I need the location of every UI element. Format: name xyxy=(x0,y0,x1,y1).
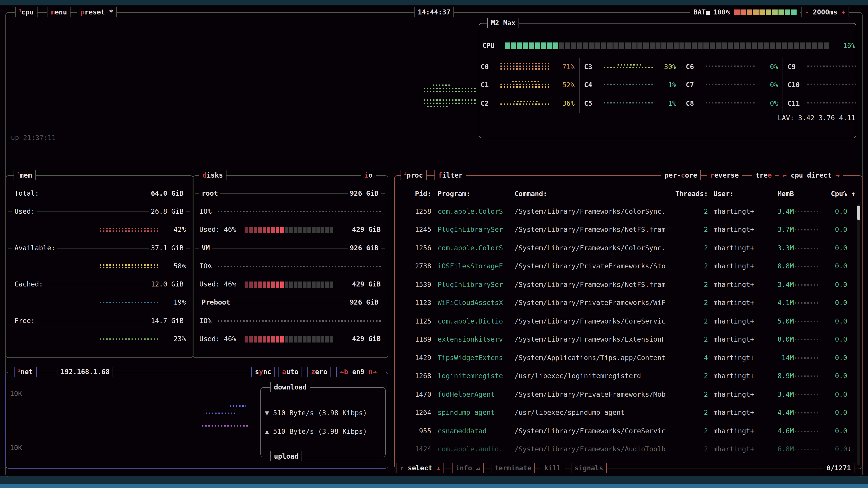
column-command[interactable]: Command: xyxy=(515,191,668,197)
battery-cell xyxy=(766,9,772,15)
cpu-bar-segment xyxy=(812,42,817,49)
column-program[interactable]: Program: xyxy=(438,191,515,197)
proc-sort-selector[interactable]: ← cpu direct → xyxy=(779,170,843,180)
disks-io-toggle[interactable]: io xyxy=(361,170,376,180)
process-row[interactable]: 1123WiFiCloudAssetsX/System/Library/Priv… xyxy=(395,294,857,312)
net-title[interactable]: 3net xyxy=(14,367,36,377)
net-auto-toggle[interactable]: auto xyxy=(278,367,302,377)
disk-used-row: Used: 46%429 GiB xyxy=(193,221,387,239)
cpu-bar-segment xyxy=(625,42,631,49)
update-interval-control[interactable]: - 2000ms + xyxy=(801,7,849,17)
tab-preset[interactable]: preset * xyxy=(77,7,117,17)
core-C3: C330% xyxy=(579,58,681,76)
mem-used-meter xyxy=(100,228,159,232)
cpu-bar-segment xyxy=(758,42,763,49)
cpu-bar-segment xyxy=(752,42,757,49)
tab-menu[interactable]: menu xyxy=(47,7,70,17)
dot-graph-row xyxy=(604,102,653,103)
dot-graph-row xyxy=(795,357,818,359)
column-pid[interactable]: Pid: xyxy=(395,191,431,197)
core-C0: C071% xyxy=(480,58,579,76)
core-C5: C51% xyxy=(579,94,681,113)
column-memb[interactable]: MemB xyxy=(761,191,794,197)
dot-graph-row xyxy=(795,431,818,432)
process-row[interactable]: 955csnameddatad/System/Library/Framework… xyxy=(395,422,857,440)
process-row[interactable]: 1125com.apple.Dictio/System/Library/Fram… xyxy=(395,312,857,330)
process-count: 0/1271 xyxy=(823,463,855,473)
process-row[interactable]: 1256com.apple.ColorS/System/Library/Fram… xyxy=(395,239,857,257)
cpu-bar-segment xyxy=(710,42,715,49)
cpu-bar-segment xyxy=(565,42,570,49)
net-interface-switcher[interactable]: ←b en9 n→ xyxy=(336,367,380,377)
dot-graph-row xyxy=(706,102,754,103)
cpu-bar-segment xyxy=(764,42,769,49)
process-row[interactable]: 1258com.apple.ColorS/System/Library/Fram… xyxy=(395,202,857,221)
process-row[interactable]: 1245PlugInLibrarySer/System/Library/Fram… xyxy=(395,221,857,239)
disks-title[interactable]: disks xyxy=(199,170,226,180)
process-row[interactable]: 1539PlugInLibrarySer/System/Library/Fram… xyxy=(395,275,857,294)
process-row[interactable]: 1429TipsWidgetExtens/System/Applications… xyxy=(395,349,857,367)
dot-graph-row xyxy=(795,229,818,231)
tab-cpu[interactable]: 1cpu xyxy=(16,7,37,17)
cpu-bar-segment xyxy=(638,42,643,49)
proc-scrollbar-track[interactable] xyxy=(857,204,860,465)
cpu-bar-segment xyxy=(727,42,733,49)
dot-graph-row xyxy=(514,101,539,102)
cpu-bar-segment xyxy=(547,42,552,49)
proc-tree-toggle[interactable]: tree xyxy=(752,170,775,180)
uptime: up 21:37:11 xyxy=(11,135,56,141)
column-cpu[interactable]: Cpu% xyxy=(819,191,847,197)
proc-scrollbar-thumb[interactable] xyxy=(857,205,860,220)
proc-kill-button[interactable]: kill xyxy=(541,463,564,473)
mem-cached-meter-row: 19% xyxy=(6,294,192,312)
proc-table-header[interactable]: Pid: Program: Command: Threads: User: Me… xyxy=(395,189,857,199)
net-sync-toggle[interactable]: sync xyxy=(251,367,275,377)
dot-graph-row xyxy=(218,211,381,213)
cpu-bar-segment xyxy=(788,42,793,49)
proc-info-button[interactable]: info ↵ xyxy=(452,463,484,473)
process-row[interactable]: 1470fudHelperAgent/System/Library/Privat… xyxy=(395,385,857,404)
core-C11: C110% xyxy=(782,94,868,113)
mem-available-value: 37.1 GiB xyxy=(149,245,186,252)
core-C8: C80% xyxy=(681,94,782,113)
column-user[interactable]: User: xyxy=(713,191,761,197)
upload-title: upload xyxy=(270,451,302,461)
mem-used-label: Used: xyxy=(12,208,37,215)
process-row[interactable]: 1268loginitemregiste/usr/libexec/loginit… xyxy=(395,367,857,385)
dot-graph-row xyxy=(807,84,856,85)
dot-graph-row xyxy=(795,412,818,414)
proc-terminate-button[interactable]: terminate xyxy=(491,463,535,473)
proc-title[interactable]: 4proc xyxy=(401,170,427,180)
dot-graph-row xyxy=(604,67,653,68)
mem-title[interactable]: 2mem xyxy=(13,170,35,180)
mem-free-percent: 23% xyxy=(164,336,186,343)
column-threads[interactable]: Threads: xyxy=(668,191,708,197)
cpu-bar-segment xyxy=(824,42,829,49)
process-row[interactable]: 1424com.apple.audio./System/Library/Fram… xyxy=(395,440,857,459)
proc-select-control[interactable]: ↑ select ↓ xyxy=(396,463,444,473)
process-row[interactable]: 1264spindump_agent/usr/libexec/spindump_… xyxy=(395,404,857,422)
cpu-bar-segment xyxy=(776,42,781,49)
cpu-bar-segment xyxy=(517,42,522,49)
dot-graph-row xyxy=(424,88,476,89)
upload-rate: 510 Byte/s (3.98 Kibps) xyxy=(273,428,367,435)
cpu-bar-segment xyxy=(553,42,558,49)
net-zero-toggle[interactable]: zero xyxy=(307,367,331,377)
proc-percore-toggle[interactable]: per-core xyxy=(661,170,701,180)
cpu-bar-segment xyxy=(619,42,625,49)
battery-cell xyxy=(760,9,765,15)
proc-reverse-toggle[interactable]: reverse xyxy=(707,170,742,180)
download-title: download xyxy=(270,382,310,392)
mem-cached-row: Cached: 12.0 GiB xyxy=(6,275,192,294)
dot-graph-row xyxy=(795,266,818,267)
battery-icon: BAT■ xyxy=(693,7,710,17)
process-row[interactable]: 1189extensionkitserv/System/Library/Fram… xyxy=(395,330,857,349)
proc-filter-button[interactable]: filter xyxy=(434,170,466,180)
clock: 14:44:37 xyxy=(414,7,454,17)
disk-name-row: Preboot926 GiB xyxy=(193,294,387,312)
proc-signals-button[interactable]: signals xyxy=(571,463,607,473)
dot-graph-row xyxy=(100,264,159,266)
process-row[interactable]: 2738iOSFilesStorageE/System/Library/Priv… xyxy=(395,257,857,275)
upload-rate-row: ▲ 510 Byte/s (3.98 Kibps) xyxy=(265,427,381,436)
mem-available-meter xyxy=(100,264,159,268)
